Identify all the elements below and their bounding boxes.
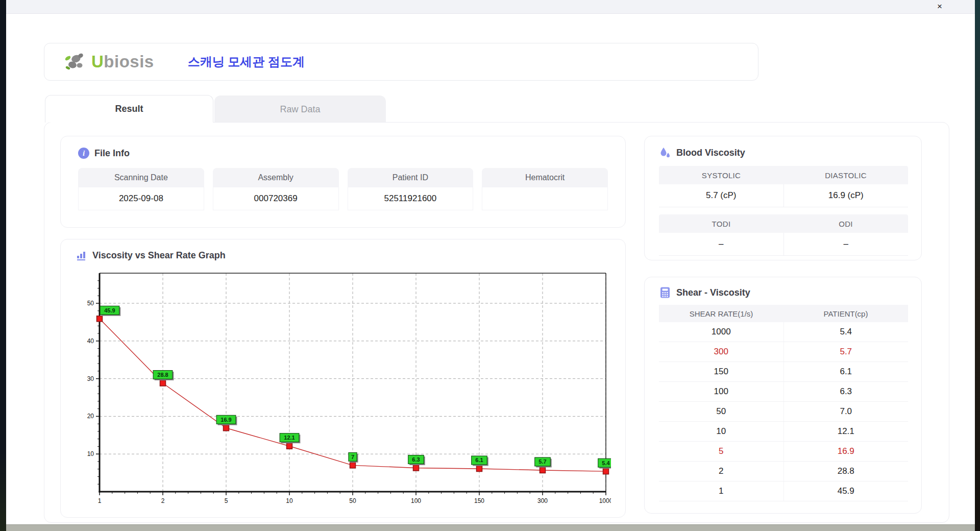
svg-text:1: 1 [98,497,102,504]
table-row: 300 5.7 [659,342,908,362]
svg-text:10: 10 [286,497,293,504]
brand-name: Ubiosis [91,52,154,71]
window-bottom-bar [6,524,975,531]
shear-rate-cell: 5 [659,442,784,461]
ubiosis-logo: Ubiosis [64,51,154,73]
svg-text:6.3: 6.3 [412,456,420,463]
patient-cell: 16.9 [784,442,909,461]
table-row: 50 7.0 [659,402,908,422]
diastolic-value: 16.9 (cP) [784,184,909,207]
bar-chart-icon [76,250,87,261]
table-row: 2 28.8 [659,462,908,481]
shear-rate-cell: 150 [659,362,784,381]
field-scanning-date: Scanning Date 2025-09-08 [78,168,204,210]
todi-value: – [659,233,784,255]
shear-rate-cell: 2 [659,462,784,481]
table-row: 1 45.9 [659,481,908,501]
shear-viscosity-table: SHEAR RATE(1/s) PATIENT(cp) 1000 5.4 300… [659,305,908,501]
svg-text:1000: 1000 [599,497,611,504]
svg-text:30: 30 [87,375,94,382]
svg-text:28.8: 28.8 [157,372,168,378]
page-title: 스캐닝 모세관 점도계 [188,54,305,70]
window-titlebar: × [6,0,975,14]
column-header-shear-rate: SHEAR RATE(1/s) [659,305,783,322]
patient-cell: 45.9 [784,481,909,501]
shear-rate-cell: 10 [659,422,784,441]
odi-value: – [784,233,909,255]
systolic-diastolic-table: SYSTOLIC DIASTOLIC 5.7 (cP) 16.9 (cP) [659,166,908,207]
svg-text:10: 10 [87,450,94,457]
column-header: SYSTOLIC [659,166,783,184]
file-info-card: i File Info Scanning Date 2025-09-08 Ass… [60,136,626,228]
svg-text:2: 2 [161,497,165,504]
field-assembly: Assembly 000720369 [213,168,339,210]
table-row: 150 6.1 [659,362,908,382]
patient-cell: 6.3 [784,382,909,401]
svg-text:50: 50 [87,300,94,307]
file-info-title: File Info [94,148,130,159]
svg-text:5: 5 [225,497,228,504]
brand-letter-u: U [91,52,104,71]
svg-text:5.4: 5.4 [602,460,610,466]
tab-result[interactable]: Result [45,95,213,123]
ubiosis-logo-icon [64,51,87,73]
shear-rate-cell: 1000 [659,322,784,342]
table-row: 5 16.9 [659,442,908,462]
table-row: 100 6.3 [659,382,908,402]
close-button[interactable]: × [934,1,945,12]
patient-cell: 6.1 [784,362,909,381]
field-label: Scanning Date [78,168,204,187]
field-label: Hematocrit [482,168,608,187]
graph-card: Viscosity vs Shear Rate Graph 1020304050… [60,239,626,518]
svg-text:12.1: 12.1 [284,435,295,441]
file-info-fields: Scanning Date 2025-09-08 Assembly 000720… [78,168,608,210]
patient-cell: 5.4 [784,322,909,342]
svg-text:6.1: 6.1 [475,457,483,463]
field-label: Assembly [213,168,339,187]
tab-raw-data[interactable]: Raw Data [214,95,386,123]
svg-text:16.9: 16.9 [220,417,231,423]
field-value: 2025-09-08 [78,187,204,210]
svg-text:100: 100 [411,497,421,504]
shear-rate-cell: 300 [659,342,784,361]
svg-text:20: 20 [87,413,94,420]
shear-rate-cell: 50 [659,402,784,421]
field-value: 52511921600 [348,187,474,210]
svg-text:50: 50 [349,497,356,504]
systolic-value: 5.7 (cP) [659,184,784,207]
table-row: 1000 5.4 [659,322,908,342]
svg-text:45.9: 45.9 [104,307,115,313]
patient-cell: 5.7 [784,342,909,361]
droplets-icon [659,147,671,159]
graph-title: Viscosity vs Shear Rate Graph [92,250,226,261]
column-header: TODI [659,214,783,233]
svg-text:7: 7 [351,454,354,460]
shear-rate-cell: 100 [659,382,784,401]
desktop-edge-left [0,0,6,531]
blood-viscosity-title: Blood Viscosity [676,148,745,158]
field-value [482,187,608,210]
svg-text:40: 40 [87,337,94,345]
svg-text:5.7: 5.7 [538,458,546,465]
shear-viscosity-title: Shear - Viscosity [676,287,750,298]
patient-cell: 28.8 [784,462,909,481]
calculator-icon [659,286,671,299]
viscosity-chart: 10203040501251050100150300100045.928.816… [76,269,611,509]
field-patient-id: Patient ID 52511921600 [348,168,474,210]
brand-rest: biosis [104,52,154,71]
shear-viscosity-card: Shear - Viscosity SHEAR RATE(1/s) PATIEN… [644,277,922,514]
app-header: Ubiosis 스캐닝 모세관 점도계 [44,43,758,81]
field-value: 000720369 [213,187,339,210]
column-header: ODI [783,214,908,233]
patient-cell: 12.1 [784,422,909,441]
patient-cell: 7.0 [784,402,909,421]
column-header: DIASTOLIC [783,166,908,184]
svg-text:150: 150 [474,497,484,504]
shear-rate-cell: 1 [659,481,784,501]
desktop-edge-right [975,0,980,531]
field-hematocrit: Hematocrit [482,168,608,210]
field-label: Patient ID [348,168,474,187]
todi-odi-table: TODI ODI – – [659,214,908,256]
table-row: 10 12.1 [659,422,908,442]
column-header-patient: PATIENT(cp) [783,305,908,322]
